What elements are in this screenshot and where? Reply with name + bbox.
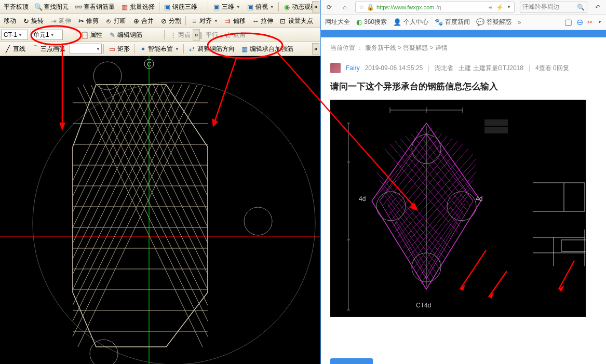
cad-application: 平齐板顶 🔍查找图元 👓查看钢筋量 ▦批量选择 ▣钢筋三维 » ▣三维▼ ▣俯视… (0, 0, 320, 364)
url-host: https://www.fwxgx.com (376, 4, 434, 10)
svg-line-57 (421, 128, 476, 196)
cube-icon: ▣ (163, 3, 171, 11)
undo-button[interactable]: ↶ (592, 2, 603, 12)
svg-line-22 (73, 85, 197, 336)
smart-layout-dropdown[interactable]: ✦智能布置▼ (136, 43, 182, 55)
batch-select-button[interactable]: ▦批量选择 (118, 1, 157, 12)
undo-icon: ↶ (595, 4, 600, 11)
svg-line-14 (114, 85, 208, 274)
svg-line-27 (73, 85, 158, 259)
post-meta: Fairy 2019-09-06 14:55:25 | 湖北省 土建 土建算量G… (330, 63, 606, 73)
bookmark-item[interactable]: ◐360搜索 (356, 18, 387, 26)
split-button[interactable]: ⊘分割 (157, 15, 184, 26)
editcap-icon: ▦ (240, 45, 249, 53)
expand-button[interactable]: » (312, 43, 319, 55)
svg-line-29 (73, 85, 143, 227)
svg-line-31 (73, 85, 127, 196)
props-icon: 📋 (80, 31, 89, 39)
break-button[interactable]: ⎋打断 (102, 15, 129, 26)
breadcrumb-link[interactable]: 答疑解惑 (403, 44, 428, 51)
align-top-button[interactable]: 平齐板顶 (1, 1, 31, 12)
post-drawing-image[interactable]: 4d 4d CT4d (330, 100, 586, 317)
share-icon[interactable]: ⪪ (488, 4, 494, 11)
bookmark-item[interactable]: 网址大全 (325, 18, 350, 26)
unit-dropdown[interactable]: 单元1▼ (31, 30, 63, 40)
svg-text:4d: 4d (359, 195, 366, 203)
url-bar[interactable]: ☆ 🔒 https://www.fwxgx.com/q ⪪ ⚡ ▼ (355, 2, 515, 13)
home-button[interactable]: ⌂ (340, 2, 350, 12)
stretch-button[interactable]: ↔拉伸 (249, 15, 276, 26)
extend-icon: ⇥ (49, 17, 58, 25)
edit-rebar-button[interactable]: ✎编辑钢筋 (105, 29, 145, 41)
bookmark-item[interactable]: 💬答疑解惑 (476, 18, 511, 26)
svg-marker-8 (73, 85, 208, 347)
refresh-icon: ⟳ (327, 4, 332, 11)
parallel-button[interactable]: ∥平行 (194, 29, 221, 41)
post-location: 湖北省 (435, 64, 453, 73)
bookmark-star-icon[interactable]: ☆ (359, 4, 365, 11)
bookmark-item[interactable]: 👤个人中心 (393, 18, 428, 26)
view-rebar-qty-button[interactable]: 👓查看钢筋量 (72, 1, 117, 12)
toolbar-row-2: 移动 ↻旋转 ⇥延伸 ✂修剪 ⎋打断 ⊕合并 ⊘分割 ≡对齐▼ ⇉偏移 ↔拉伸 … (0, 14, 320, 28)
svg-point-6 (244, 207, 272, 235)
drawing-svg: 4d 4d CT4d (330, 100, 586, 317)
properties-button[interactable]: 📋属性 (78, 29, 105, 41)
adjust-rebar-button[interactable]: ⇄调整钢筋方向 (185, 43, 237, 55)
edit-cap-rebar-button[interactable]: ▦编辑承台加强筋 (238, 43, 296, 55)
grip-button[interactable]: ⊡设置夹点 (276, 15, 316, 26)
offset-icon: ⇉ (224, 17, 232, 25)
svg-line-51 (387, 139, 452, 217)
search-icon: 🔍 (34, 3, 43, 11)
point-angle-button[interactable]: ∠点角 (221, 29, 248, 41)
ct-dropdown[interactable]: CT-1▼ (1, 30, 28, 40)
breadcrumb-link[interactable]: 服务新干线 (365, 44, 396, 51)
svg-line-76 (382, 188, 442, 263)
bookmark-more[interactable]: » (518, 19, 521, 26)
split-icon: ⊘ (159, 17, 168, 25)
svg-line-19 (153, 85, 208, 196)
refresh-button[interactable]: ⟳ (324, 2, 334, 12)
two-point-button[interactable]: ⋮两点 (166, 29, 193, 41)
arc-button[interactable]: ⌒三点画弧 (29, 43, 68, 55)
view-dropdown[interactable]: ▣俯视▼ (244, 1, 277, 12)
extend-button[interactable]: ⇥延伸 (47, 15, 74, 26)
toolbar-row-1: 平齐板顶 🔍查找图元 👓查看钢筋量 ▦批量选择 ▣钢筋三维 » ▣三维▼ ▣俯视… (0, 0, 320, 14)
trim-button[interactable]: ✂修剪 (74, 15, 101, 26)
avatar[interactable] (330, 63, 341, 73)
move-button[interactable]: 移动 (1, 15, 19, 26)
svg-line-24 (73, 85, 182, 305)
rect-button[interactable]: ▭矩形 (105, 43, 132, 55)
3d-dropdown[interactable]: ▣三维▼ (210, 1, 243, 12)
ext-icon[interactable]: ⊖ (576, 17, 583, 27)
svg-line-69 (413, 196, 468, 268)
search-placeholder: 汪峰跨界周边 (522, 3, 560, 11)
scissors-icon[interactable]: ✂ (587, 19, 592, 26)
browser-search[interactable]: 汪峰跨界周边 🔍 (520, 2, 587, 13)
bookmark-item[interactable]: 🐾百度新闻 (435, 18, 470, 26)
bolt-icon[interactable]: ⚡ (496, 4, 504, 11)
rotate-button[interactable]: ↻旋转 (19, 15, 46, 26)
url-dropdown-icon[interactable]: ▼ (507, 5, 511, 9)
svg-line-107 (460, 250, 486, 289)
baidu-icon: 🐾 (435, 18, 443, 26)
expand-button[interactable]: » (312, 1, 319, 12)
cube-icon: ▣ (212, 3, 221, 11)
url-path: /q (436, 4, 441, 10)
post-category: 土建 土建算量GTJ2018 (459, 64, 523, 73)
action-button[interactable] (330, 358, 373, 364)
find-element-button[interactable]: 🔍查找图元 (32, 1, 71, 12)
line-button[interactable]: ╱直线 (1, 43, 28, 55)
bookmarks-bar: 网址大全 ◐360搜索 👤个人中心 🐾百度新闻 💬答疑解惑 » ▢ ⊖ ✂▼ (321, 15, 606, 30)
merge-button[interactable]: ⊕合并 (129, 15, 156, 26)
ext-icon[interactable]: ▢ (564, 17, 572, 27)
select-icon: ▦ (120, 3, 129, 11)
lock-icon: 🔒 (367, 4, 374, 11)
cad-viewport[interactable]: C (0, 56, 320, 364)
offset-button[interactable]: ⇉偏移 (221, 15, 248, 26)
rebar-3d-button[interactable]: ▣钢筋三维 (160, 1, 200, 12)
username-link[interactable]: Fairy (346, 64, 360, 72)
svg-text:CT4d: CT4d (416, 302, 431, 309)
post-time: 2019-09-06 14:55:25 (365, 64, 423, 72)
align-dropdown[interactable]: ≡对齐▼ (187, 15, 221, 26)
arc-dropdown[interactable]: ▼ (70, 44, 102, 54)
